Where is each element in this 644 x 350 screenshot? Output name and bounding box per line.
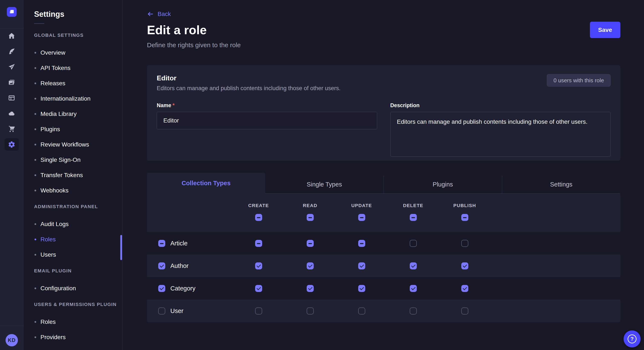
nav-content-builder-button[interactable]: [5, 45, 19, 57]
create-checkbox[interactable]: [255, 262, 262, 269]
subnav-title: Settings: [34, 10, 122, 19]
role-card-titles: Editor Editors can manage and publish co…: [157, 74, 340, 92]
bullet-icon: [34, 144, 36, 146]
tab-single-types[interactable]: Single Types: [265, 176, 383, 193]
permission-row-category: Category: [147, 277, 620, 300]
update-checkbox[interactable]: [358, 308, 365, 315]
delete-checkbox[interactable]: [410, 262, 417, 269]
back-label: Back: [158, 11, 171, 17]
cart-icon: [8, 125, 15, 133]
section-label: ADMINISTRATION PANEL: [24, 203, 122, 210]
sidebar-item-transfer-tokens[interactable]: Transfer Tokens: [24, 168, 122, 183]
sidebar-item-audit-logs[interactable]: Audit Logs: [24, 216, 122, 232]
nav-marketplace-button[interactable]: [5, 123, 19, 135]
row-select-checkbox[interactable]: [158, 308, 165, 315]
strapi-logo-icon: [8, 9, 15, 15]
page-header: Edit a role Save: [147, 22, 620, 38]
section-administration-panel: ADMINISTRATION PANEL Audit Logs Roles Us…: [24, 198, 122, 262]
column-read: READ: [284, 193, 336, 232]
tab-collection-types[interactable]: Collection Types: [147, 173, 265, 193]
delete-checkbox[interactable]: [410, 240, 417, 247]
settings-subnav: Settings GLOBAL SETTINGS Overview API To…: [24, 0, 122, 350]
bullet-icon: [34, 223, 36, 225]
help-button[interactable]: ?: [624, 331, 640, 348]
sidebar-item-up-roles[interactable]: Roles: [24, 314, 122, 330]
name-input[interactable]: [157, 112, 377, 129]
nav-content-manager-button[interactable]: [5, 92, 19, 104]
sidebar-item-single-sign-on[interactable]: Single Sign-On: [24, 152, 122, 168]
sidebar-item-api-tokens[interactable]: API Tokens: [24, 60, 122, 76]
content-type-name: Article: [170, 240, 188, 247]
permissions-tabs: Collection Types Single Types Plugins Se…: [147, 173, 620, 193]
select-all-update-checkbox[interactable]: [358, 214, 365, 221]
sidebar-item-plugins[interactable]: Plugins: [24, 122, 122, 137]
sidebar-item-media-library[interactable]: Media Library: [24, 106, 122, 122]
sidebar-item-review-workflows[interactable]: Review Workflows: [24, 137, 122, 152]
main-content: Back Edit a role Save Define the rights …: [122, 0, 644, 350]
select-all-publish-checkbox[interactable]: [461, 214, 468, 221]
description-textarea[interactable]: Editors can manage and publish contents …: [390, 112, 611, 157]
nav-settings-button[interactable]: [5, 138, 19, 151]
sidebar-item-email-configuration[interactable]: Configuration: [24, 281, 122, 296]
gear-icon: [8, 141, 15, 148]
create-checkbox[interactable]: [255, 240, 262, 247]
sidebar-item-releases[interactable]: Releases: [24, 76, 122, 91]
read-checkbox[interactable]: [307, 240, 314, 247]
read-checkbox[interactable]: [307, 285, 314, 292]
subnav-scrollbar-thumb[interactable]: [120, 235, 122, 260]
publish-checkbox[interactable]: [461, 285, 468, 292]
sidebar-item-admin-roles[interactable]: Roles: [24, 232, 122, 247]
publish-checkbox[interactable]: [461, 308, 468, 315]
row-select-checkbox[interactable]: [158, 285, 165, 292]
create-checkbox[interactable]: [255, 308, 262, 315]
update-checkbox[interactable]: [358, 285, 365, 292]
save-button[interactable]: Save: [590, 22, 620, 38]
back-link[interactable]: Back: [147, 10, 171, 18]
user-avatar[interactable]: KD: [6, 334, 18, 347]
delete-checkbox[interactable]: [410, 308, 417, 315]
bullet-icon: [34, 321, 36, 323]
read-checkbox[interactable]: [307, 308, 314, 315]
row-select-checkbox[interactable]: [158, 240, 165, 247]
tab-settings[interactable]: Settings: [502, 176, 620, 193]
rail-bottom-divider: [0, 326, 23, 326]
column-publish: PUBLISH: [439, 193, 490, 232]
app-window: KD Settings GLOBAL SETTINGS Overview API…: [0, 0, 644, 350]
nav-media-library-button[interactable]: [5, 76, 19, 88]
nav-cloud-button[interactable]: [5, 107, 19, 120]
delete-checkbox[interactable]: [410, 285, 417, 292]
feather-icon: [8, 48, 15, 55]
publish-checkbox[interactable]: [461, 240, 468, 247]
tab-plugins[interactable]: Plugins: [384, 176, 502, 193]
sidebar-item-internationalization[interactable]: Internationalization: [24, 91, 122, 106]
select-all-read-checkbox[interactable]: [307, 214, 314, 221]
content-type-name: Category: [170, 285, 196, 292]
bullet-icon: [34, 98, 36, 100]
sidebar-item-webhooks[interactable]: Webhooks: [24, 183, 122, 198]
sidebar-item-overview[interactable]: Overview: [24, 45, 122, 60]
sidebar-item-admin-users[interactable]: Users: [24, 247, 122, 262]
select-all-delete-checkbox[interactable]: [410, 214, 417, 221]
users-with-role-badge[interactable]: 0 users with this role: [547, 74, 610, 87]
select-all-create-checkbox[interactable]: [255, 214, 262, 221]
update-checkbox[interactable]: [358, 262, 365, 269]
update-checkbox[interactable]: [358, 240, 365, 247]
strapi-logo[interactable]: [7, 7, 16, 17]
create-checkbox[interactable]: [255, 285, 262, 292]
read-checkbox[interactable]: [307, 262, 314, 269]
section-label: GLOBAL SETTINGS: [24, 31, 122, 39]
home-icon: [8, 32, 15, 39]
row-select-checkbox[interactable]: [158, 262, 165, 269]
permission-row-article: Article: [147, 232, 620, 255]
bullet-icon: [34, 113, 36, 115]
layout-icon: [8, 94, 15, 102]
section-global-settings: GLOBAL SETTINGS Overview API Tokens Rele…: [24, 24, 122, 198]
subnav-sections: GLOBAL SETTINGS Overview API Tokens Rele…: [24, 24, 122, 345]
bullet-icon: [34, 288, 36, 289]
sidebar-item-up-providers[interactable]: Providers: [24, 330, 122, 345]
nav-home-button[interactable]: [5, 29, 19, 42]
publish-checkbox[interactable]: [461, 262, 468, 269]
description-field-group: Description Editors can manage and publi…: [390, 102, 611, 158]
permissions-table-header: CREATE READ UPDATE DELETE PUBLISH: [147, 193, 620, 232]
nav-deploy-button[interactable]: [5, 61, 19, 73]
